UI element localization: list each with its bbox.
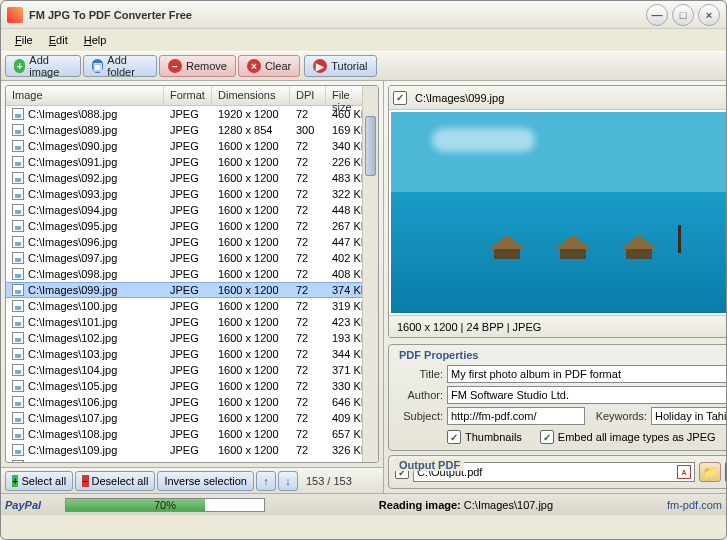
minus-icon: − [82, 475, 88, 487]
file-icon [12, 124, 24, 136]
status-reading: Reading image: C:\Images\107.jpg [273, 499, 659, 511]
titlebar: FM JPG To PDF Converter Free — □ × [1, 1, 726, 29]
move-up-button[interactable]: ↑ [256, 471, 276, 491]
add-image-button[interactable]: +Add image [5, 55, 81, 77]
menubar: File Edit Help [1, 29, 726, 51]
column-format[interactable]: Format [164, 86, 212, 105]
table-row[interactable]: C:\Images\109.jpgJPEG1600 x 120072326 KB [6, 442, 378, 458]
table-row[interactable]: C:\Images\102.jpgJPEG1600 x 120072193 KB [6, 330, 378, 346]
file-icon [12, 284, 24, 296]
file-icon [12, 316, 24, 328]
hut-shape [555, 235, 591, 257]
file-list-pane: Image Format Dimensions DPI File size C:… [1, 81, 384, 493]
cloud-shape [432, 128, 535, 152]
table-row[interactable]: C:\Images\099.jpgJPEG1600 x 120072374 KB [6, 282, 378, 298]
table-row[interactable]: C:\Images\098.jpgJPEG1600 x 120072408 KB [6, 266, 378, 282]
thumbnails-checkbox[interactable]: Thumbnails [447, 430, 522, 444]
table-row[interactable]: C:\Images\100.jpgJPEG1600 x 120072319 KB [6, 298, 378, 314]
table-row[interactable]: C:\Images\103.jpgJPEG1600 x 120072344 KB [6, 346, 378, 362]
table-row[interactable]: C:\Images\108.jpgJPEG1600 x 120072657 KB [6, 426, 378, 442]
author-input[interactable] [447, 386, 727, 404]
plus-icon: + [12, 475, 18, 487]
list-body[interactable]: C:\Images\088.jpgJPEG1920 x 120072460 KB… [6, 106, 378, 462]
minus-icon: − [168, 59, 182, 73]
progress-bar: 70% [65, 498, 265, 512]
move-down-button[interactable]: ↓ [278, 471, 298, 491]
menu-help[interactable]: Help [76, 32, 115, 48]
file-icon [12, 380, 24, 392]
subject-label: Subject: [395, 410, 443, 422]
clear-label: Clear [265, 60, 291, 72]
table-row[interactable]: C:\Images\096.jpgJPEG1600 x 120072447 KB [6, 234, 378, 250]
table-row[interactable]: C:\Images\092.jpgJPEG1600 x 120072483 KB [6, 170, 378, 186]
menu-edit[interactable]: Edit [41, 32, 76, 48]
file-icon [12, 428, 24, 440]
file-icon [12, 396, 24, 408]
list-footer: +Select all −Deselect all Inverse select… [1, 467, 383, 493]
file-icon [12, 364, 24, 376]
title-input[interactable] [447, 365, 727, 383]
file-icon [12, 252, 24, 264]
column-dimensions[interactable]: Dimensions [212, 86, 290, 105]
add-folder-label: Add folder [107, 54, 148, 78]
add-folder-button[interactable]: ▣Add folder [83, 55, 157, 77]
file-icon [12, 156, 24, 168]
table-row[interactable]: C:\Images\090.jpgJPEG1600 x 120072340 KB [6, 138, 378, 154]
main-toolbar: +Add image ▣Add folder −Remove ×Clear ▶T… [1, 51, 726, 81]
subject-input[interactable] [447, 407, 585, 425]
table-row[interactable]: C:\Images\107.jpgJPEG1600 x 120072409 KB [6, 410, 378, 426]
file-icon [12, 412, 24, 424]
preview-path: C:\Images\099.jpg [411, 90, 727, 106]
inverse-selection-button[interactable]: Inverse selection [157, 471, 254, 491]
preview-checkbox[interactable] [393, 91, 407, 105]
table-row[interactable]: C:\Images\091.jpgJPEG1600 x 120072226 KB [6, 154, 378, 170]
table-row[interactable]: C:\Images\089.jpgJPEG1280 x 854300169 KB [6, 122, 378, 138]
title-label: Title: [395, 368, 443, 380]
file-icon [12, 204, 24, 216]
table-row[interactable]: C:\Images\105.jpgJPEG1600 x 120072330 KB [6, 378, 378, 394]
author-label: Author: [395, 389, 443, 401]
table-row[interactable]: C:\Images\094.jpgJPEG1600 x 120072448 KB [6, 202, 378, 218]
table-row[interactable]: C:\Images\106.jpgJPEG1600 x 120072646 KB [6, 394, 378, 410]
embed-jpeg-checkbox[interactable]: Embed all image types as JPEG [540, 430, 716, 444]
keywords-input[interactable] [651, 407, 727, 425]
paypal-label[interactable]: PayPal [5, 499, 57, 511]
deselect-all-button[interactable]: −Deselect all [75, 471, 155, 491]
remove-button[interactable]: −Remove [159, 55, 236, 77]
tutorial-button[interactable]: ▶Tutorial [304, 55, 376, 77]
clear-icon: × [247, 59, 261, 73]
table-row[interactable]: C:\Images\101.jpgJPEG1600 x 120072423 KB [6, 314, 378, 330]
scrollbar[interactable] [362, 86, 378, 462]
output-group: Output PDF C:\Output.pdf A 📁 Start [388, 455, 727, 489]
pdf-icon: A [677, 465, 691, 479]
table-row[interactable]: C:\Images\093.jpgJPEG1600 x 120072322 KB [6, 186, 378, 202]
maximize-button[interactable]: □ [672, 4, 694, 26]
file-icon [12, 236, 24, 248]
tutorial-label: Tutorial [331, 60, 367, 72]
keywords-label: Keywords: [589, 410, 647, 422]
file-icon [12, 300, 24, 312]
site-link[interactable]: fm-pdf.com [667, 499, 722, 511]
select-all-button[interactable]: +Select all [5, 471, 73, 491]
file-icon [12, 108, 24, 120]
add-image-label: Add image [29, 54, 72, 78]
table-row[interactable]: C:\Images\095.jpgJPEG1600 x 120072267 KB [6, 218, 378, 234]
table-row[interactable]: C:\Images\088.jpgJPEG1920 x 120072460 KB [6, 106, 378, 122]
table-row[interactable]: C:\Images\097.jpgJPEG1600 x 120072402 KB [6, 250, 378, 266]
clear-button[interactable]: ×Clear [238, 55, 300, 77]
scrollbar-thumb[interactable] [365, 116, 376, 176]
check-icon [447, 430, 461, 444]
file-icon [12, 140, 24, 152]
props-legend: PDF Properties [395, 349, 727, 361]
table-row[interactable]: C:\Images\104.jpgJPEG1600 x 120072371 KB [6, 362, 378, 378]
pdf-properties-group: PDF Properties Title: Author: Subject: K… [388, 344, 727, 451]
column-dpi[interactable]: DPI [290, 86, 326, 105]
statusbar: PayPal 70% Reading image: C:\Images\107.… [1, 493, 726, 515]
column-image[interactable]: Image [6, 86, 164, 105]
close-button[interactable]: × [698, 4, 720, 26]
menu-file[interactable]: File [7, 32, 41, 48]
minimize-button[interactable]: — [646, 4, 668, 26]
table-row[interactable]: C:\Images\110.jpgJPEG1600 x 120072356 KB [6, 458, 378, 462]
browse-button[interactable]: 📁 [699, 462, 721, 482]
file-icon [12, 188, 24, 200]
